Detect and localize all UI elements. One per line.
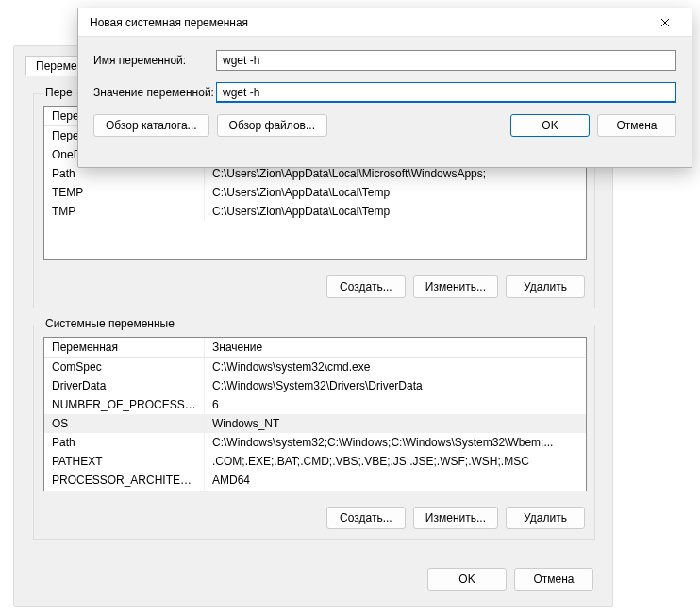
- var-name-cell: ComSpec: [44, 358, 205, 376]
- var-name-cell: Path: [44, 433, 205, 452]
- browse-files-button[interactable]: Обзор файлов...: [217, 114, 327, 137]
- var-value-cell: 6: [205, 395, 586, 414]
- var-name-cell: PATHEXT: [44, 452, 205, 471]
- col-header-value[interactable]: Значение: [205, 338, 586, 357]
- env-cancel-button[interactable]: Отмена: [514, 568, 593, 591]
- table-row[interactable]: TMPC:\Users\Zion\AppData\Local\Temp: [44, 202, 586, 221]
- sys-delete-button[interactable]: Удалить: [506, 507, 585, 529]
- table-row[interactable]: OSWindows_NT: [44, 414, 586, 433]
- browse-directory-button[interactable]: Обзор каталога...: [93, 114, 209, 137]
- table-row[interactable]: PathC:\Windows\system32;C:\Windows;C:\Wi…: [44, 433, 586, 452]
- var-name-cell: OS: [44, 414, 205, 433]
- sys-vars-group: Системные переменные Переменная Значение…: [33, 325, 595, 540]
- var-name-cell: TEMP: [44, 183, 205, 202]
- user-delete-button[interactable]: Удалить: [506, 275, 585, 298]
- var-value-cell: C:\Windows\system32;C:\Windows;C:\Window…: [205, 433, 586, 452]
- user-edit-button[interactable]: Изменить...: [413, 275, 498, 298]
- var-value-cell: C:\Windows\System32\Drivers\DriverData: [205, 376, 586, 395]
- user-create-button[interactable]: Создать...: [326, 275, 406, 298]
- sys-vars-table[interactable]: Переменная Значение ComSpecC:\Windows\sy…: [43, 337, 587, 491]
- var-value-cell: AMD64: [205, 471, 586, 490]
- sys-create-button[interactable]: Создать...: [326, 507, 406, 529]
- new-system-variable-dialog: Новая системная переменная Имя переменно…: [77, 8, 692, 168]
- var-value-cell: C:\Users\Zion\AppData\Local\Temp: [205, 202, 586, 221]
- dialog-cancel-button[interactable]: Отмена: [597, 114, 676, 137]
- var-value-cell: C:\Users\Zion\AppData\Local\Temp: [205, 183, 586, 202]
- var-value-cell: C:\Windows\system32\cmd.exe: [205, 358, 586, 376]
- dialog-ok-button[interactable]: OK: [510, 114, 590, 137]
- dialog-titlebar[interactable]: Новая системная переменная: [78, 8, 692, 37]
- table-row[interactable]: PATHEXT.COM;.EXE;.BAT;.CMD;.VBS;.VBE;.JS…: [44, 452, 586, 471]
- var-value-cell: Windows_NT: [205, 414, 586, 433]
- sys-vars-title: Системные переменные: [42, 317, 178, 330]
- var-name-cell: NUMBER_OF_PROCESSORS: [44, 395, 205, 414]
- var-name-label: Имя переменной:: [93, 54, 216, 67]
- user-vars-title: Пере: [42, 86, 76, 99]
- table-row[interactable]: ComSpecC:\Windows\system32\cmd.exe: [44, 358, 586, 376]
- var-value-cell: .COM;.EXE;.BAT;.CMD;.VBS;.VBE;.JS;.JSE;.…: [205, 452, 586, 471]
- var-value-input[interactable]: [216, 82, 676, 103]
- var-name-cell: DriverData: [44, 376, 205, 395]
- sys-edit-button[interactable]: Изменить...: [413, 507, 498, 529]
- table-row[interactable]: NUMBER_OF_PROCESSORS6: [44, 395, 586, 414]
- dialog-title: Новая системная переменная: [90, 16, 646, 29]
- var-value-label: Значение переменной:: [93, 86, 216, 99]
- table-row[interactable]: PROCESSOR_ARCHITECTUREAMD64: [44, 471, 586, 490]
- col-header-name[interactable]: Переменная: [44, 338, 205, 357]
- var-name-input[interactable]: [216, 50, 676, 71]
- table-row[interactable]: DriverDataC:\Windows\System32\Drivers\Dr…: [44, 376, 586, 395]
- env-ok-button[interactable]: OK: [427, 568, 507, 591]
- var-name-cell: TMP: [44, 202, 205, 221]
- close-icon[interactable]: [646, 9, 684, 36]
- var-name-cell: PROCESSOR_ARCHITECTURE: [44, 471, 205, 490]
- table-row[interactable]: TEMPC:\Users\Zion\AppData\Local\Temp: [44, 183, 586, 202]
